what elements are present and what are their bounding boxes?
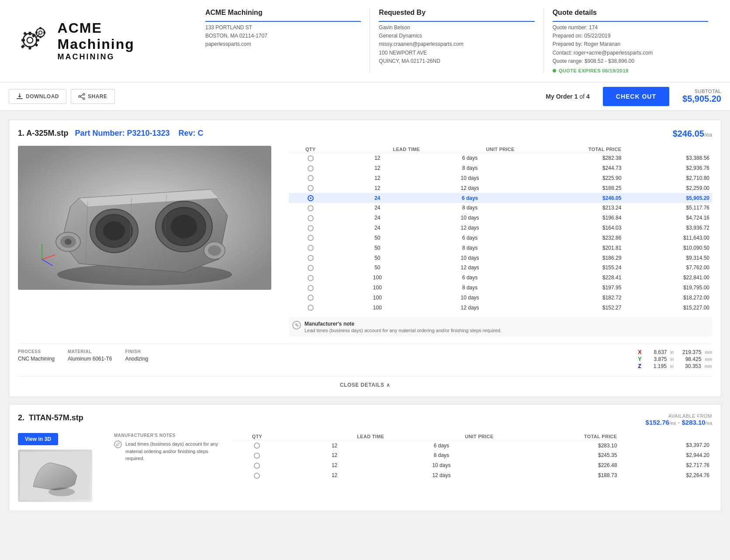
radio-button[interactable] [308,235,314,241]
radio-button[interactable] [254,463,260,469]
radio-cell[interactable] [289,193,332,203]
radio-button[interactable] [308,225,314,231]
logo-area: ACME Machining MACHINING [0,0,192,82]
close-details-button[interactable]: CLOSE DETAILS ∧ [18,382,712,388]
radio-button[interactable] [308,265,314,271]
radio-button[interactable] [308,175,314,181]
radio-cell[interactable] [289,213,332,223]
lead-cell: 10 days [422,213,517,223]
radio-cell[interactable] [289,273,332,283]
svg-point-28 [103,221,125,240]
radio-button[interactable] [308,275,314,281]
qty-cell: 24 [332,193,422,203]
svg-point-21 [79,96,80,97]
table-row[interactable]: 24 6 days $246.05 $5,905.20 [289,193,712,203]
radio-cell[interactable] [289,223,332,233]
lead-cell: 10 days [387,460,496,471]
table-row[interactable]: 50 10 days $186.29 $9,314.50 [289,253,712,263]
part2-mfg-notes: MANUFACTURER'S NOTES Lead times (busines… [114,433,223,502]
radio-cell[interactable] [289,183,332,193]
table-row[interactable]: 24 8 days $213.24 $5,117.76 [289,203,712,213]
total-price-cell: $7,762.00 [624,263,712,273]
total-price-cell: $15,227.00 [624,302,712,313]
download-button[interactable]: DOWNLOAD [9,89,66,104]
radio-cell[interactable] [289,243,332,253]
radio-button[interactable] [308,185,314,191]
table-row[interactable]: 100 12 days $152.27 $15,227.00 [289,302,712,313]
table-row[interactable]: 100 10 days $182.72 $18,272.00 [289,293,712,303]
unit-price-cell: $188.73 [496,471,620,481]
view-3d-button[interactable]: View in 3D [18,433,58,445]
table-row[interactable]: 24 12 days $164.03 $3,936.72 [289,223,712,233]
lead-cell: 6 days [422,193,517,203]
total-price-cell: $2,259.00 [624,183,712,193]
radio-button[interactable] [308,255,314,261]
lead-cell: 6 days [422,233,517,243]
radio-cell[interactable] [289,153,332,163]
share-label: SHARE [88,93,107,100]
unit-price-cell: $164.03 [517,223,624,233]
lead-cell: 8 days [422,203,517,213]
table-row[interactable]: 12 8 days $245.35 $2,944.20 [232,450,712,460]
radio-cell[interactable] [289,203,332,213]
table-row[interactable]: 24 10 days $196.84 $4,724.16 [289,213,712,223]
quote-prepared-on: Prepared on: 05/22/2019 [553,32,708,40]
table-row[interactable]: 12 10 days $225.90 $2,710.80 [289,173,712,183]
radio-cell[interactable] [289,173,332,183]
quote-number: Quote number: 174 [553,24,708,32]
col-totalprice-header: TOTAL PRICE [517,146,624,153]
requested-by-section: Requested By Gavin Belson General Dynami… [370,9,543,73]
share-button[interactable]: SHARE [71,89,115,104]
table-row[interactable]: 12 10 days $226.48 $2,717.76 [232,460,712,471]
table-row[interactable]: 50 8 days $201.81 $10,090.50 [289,243,712,253]
radio-cell[interactable] [289,253,332,263]
table-row[interactable]: 12 12 days $188.25 $2,259.00 [289,183,712,193]
radio-button[interactable] [308,285,314,291]
table-row[interactable]: 12 6 days $283.10 $3,397.20 [232,440,712,450]
radio-button[interactable] [254,453,260,459]
total-price-cell: $9,314.50 [624,253,712,263]
part2-pricing-area: QTY LEAD TIME UNIT PRICE TOTAL PRICE 12 … [232,433,712,502]
radio-button[interactable] [308,305,314,311]
radio-button[interactable] [308,165,314,172]
table-row[interactable]: 100 8 days $197.95 $19,795.00 [289,283,712,293]
table-row[interactable]: 12 12 days $188.73 $2,264.76 [232,471,712,481]
radio-button[interactable] [308,205,314,211]
main-content: 1. A-325M.stp Part Number: P3210-1323 Re… [0,111,730,520]
part1-card: 1. A-325M.stp Part Number: P3210-1323 Re… [9,120,721,397]
part1-image-area [18,146,280,337]
svg-rect-9 [34,43,38,47]
radio-button[interactable] [254,473,260,479]
toolbar: DOWNLOAD SHARE My Order 1 of 4 CHECK OUT… [0,82,730,111]
radio-button[interactable] [308,195,314,201]
table-row[interactable]: 12 6 days $282.38 $3,388.56 [289,153,712,163]
radio-cell[interactable] [289,293,332,303]
radio-button[interactable] [308,295,314,301]
radio-cell[interactable] [232,471,282,481]
svg-rect-13 [39,36,42,38]
radio-button[interactable] [254,443,260,449]
checkout-button[interactable]: CHECK OUT [603,87,669,106]
requester-address1: 100 NEWPORT AVE [379,49,534,57]
radio-cell[interactable] [289,302,332,313]
radio-cell[interactable] [232,450,282,460]
unit-price-cell: $201.81 [517,243,624,253]
part2-left: View in 3D [18,433,105,502]
radio-cell[interactable] [289,263,332,273]
radio-cell[interactable] [232,460,282,471]
radio-cell[interactable] [289,283,332,293]
table-row[interactable]: 50 12 days $155.24 $7,762.00 [289,263,712,273]
radio-button[interactable] [308,245,314,251]
radio-button[interactable] [308,155,314,161]
lead-cell: 10 days [422,293,517,303]
table-row[interactable]: 50 6 days $232.86 $11,643.00 [289,233,712,243]
table-row[interactable]: 12 8 days $244.73 $2,936.76 [289,163,712,173]
table-row[interactable]: 100 6 days $228.41 $22,841.00 [289,273,712,283]
lead-cell: 6 days [422,273,517,283]
svg-line-23 [80,97,83,98]
radio-cell[interactable] [232,440,282,450]
radio-cell[interactable] [289,233,332,243]
radio-button[interactable] [308,215,314,221]
radio-cell[interactable] [289,163,332,173]
unit-price-cell: $182.72 [517,293,624,303]
